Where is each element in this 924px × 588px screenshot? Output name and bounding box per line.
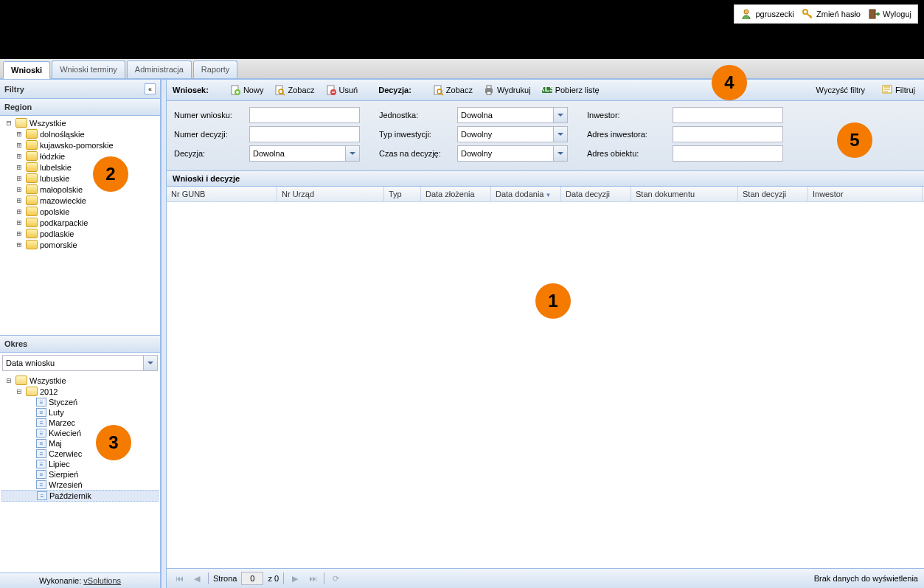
credits-link[interactable]: vSolutions (83, 576, 121, 585)
inwestor-input[interactable] (673, 107, 783, 123)
okres-header: Okres (0, 336, 160, 353)
region-title: Region (4, 103, 32, 111)
okres-month[interactable]: ≡Kwiecień (1, 428, 159, 438)
app-header: pgruszecki Zmień hasło Wyloguj (0, 0, 924, 59)
next-page-button[interactable]: ▶ (288, 572, 302, 585)
tab-wnioski[interactable]: Wnioski (3, 61, 50, 79)
czas-label: Czas na decyzję: (379, 149, 453, 158)
czas-select[interactable]: Dowolny (457, 145, 568, 162)
inwestor-label: Inwestor: (587, 111, 668, 120)
view-icon (432, 84, 444, 96)
region-tree[interactable]: ⊟Wszystkie⊞dolnośląskie⊞kujawsko-pomorsk… (0, 116, 160, 335)
user-box: pgruszecki Zmień hasło Wyloguj (734, 4, 918, 24)
okres-month[interactable]: ≡Lipiec (1, 459, 159, 469)
region-item[interactable]: ⊞podkarpackie (1, 217, 159, 228)
grid-col-header[interactable]: Data dodania▼ (491, 187, 561, 201)
okres-month[interactable]: ≡Październik (1, 490, 159, 502)
content-toolbar: Wniosek: Nowy Zobacz Usuń Decyzja: Zobac… (167, 80, 924, 101)
key-icon (802, 8, 813, 20)
wniosek-label: Wniosek: (173, 86, 209, 94)
okres-year[interactable]: ⊟2012 (1, 386, 159, 397)
region-item[interactable]: ⊞lubelskie (1, 162, 159, 173)
okres-month[interactable]: ≡Maj (1, 438, 159, 449)
tab-administracja[interactable]: Administracja (127, 60, 192, 78)
region-item[interactable]: ⊞lubuskie (1, 173, 159, 184)
okres-month[interactable]: ≡Luty (1, 407, 159, 418)
toolbar-right: Wyczyść filtry Filtruj (813, 83, 918, 97)
first-page-button[interactable]: ⏮ (173, 572, 186, 585)
okres-month[interactable]: ≡Wrzesień (1, 480, 159, 490)
last-page-button[interactable]: ⏭ (306, 572, 319, 585)
splitter[interactable] (161, 80, 167, 588)
change-password-label: Zmień hasło (816, 10, 861, 18)
grid-col-header[interactable]: Stan decyzji (738, 187, 808, 201)
grid-col-header[interactable]: Data decyzji (561, 187, 631, 201)
adres-inwestora-input[interactable] (673, 126, 783, 142)
jednostka-label: Jednostka: (379, 111, 453, 120)
region-panel: Region ⊟Wszystkie⊞dolnośląskie⊞kujawsko-… (0, 99, 160, 336)
region-item[interactable]: ⊞dolnośląskie (1, 128, 159, 139)
view-icon (274, 84, 285, 96)
okres-tree[interactable]: 3 ⊟Wszystkie⊟2012≡Styczeń≡Luty≡Marzec≡Kw… (0, 373, 160, 573)
refresh-button[interactable]: ⟳ (329, 572, 342, 585)
page-of: z 0 (268, 574, 279, 583)
svg-point-0 (744, 10, 748, 14)
grid-col-header[interactable]: Inwestor (808, 187, 923, 201)
print-button[interactable]: Wydrukuj (480, 83, 534, 97)
filter-button[interactable]: Filtruj (878, 83, 918, 97)
numer-decyzji-label: Numer decyzji: (174, 130, 245, 139)
region-item[interactable]: ⊞łódzkie (1, 151, 159, 162)
grid-col-header[interactable]: Stan dokumentu (631, 187, 738, 201)
region-item[interactable]: ⊞pomorskie (1, 239, 159, 250)
okres-select-value: Data wniosku (6, 359, 55, 367)
okres-month[interactable]: ≡Marzec (1, 418, 159, 428)
callout-1: 1 (535, 283, 571, 319)
typ-inwestycji-label: Typ inwestycji: (379, 130, 453, 139)
region-item[interactable]: ⊞małopolskie (1, 184, 159, 195)
region-item[interactable]: ⊞opolskie (1, 206, 159, 217)
okres-month[interactable]: ≡Czerwiec (1, 449, 159, 459)
okres-root[interactable]: ⊟Wszystkie (1, 375, 159, 386)
clear-filters-button[interactable]: Wyczyść filtry (813, 84, 869, 96)
svg-rect-2 (869, 10, 875, 18)
logout-link[interactable]: Wyloguj (868, 8, 911, 20)
grid-col-header[interactable]: Typ (384, 187, 421, 201)
okres-month[interactable]: ≡Sierpień (1, 469, 159, 480)
credits-label: Wykonanie: (39, 576, 81, 585)
prev-page-button[interactable]: ◀ (190, 572, 204, 585)
grid-col-header[interactable]: Nr Urząd (277, 187, 384, 201)
region-item[interactable]: ⊞podlaskie (1, 228, 159, 239)
delete-icon (325, 84, 337, 96)
okres-select-wrap: Data wniosku (0, 353, 160, 373)
numer-wniosku-input[interactable] (249, 107, 360, 123)
adres-obiektu-input[interactable] (673, 145, 783, 162)
tab-wnioski-terminy[interactable]: Wnioski terminy (52, 60, 125, 78)
decyzja-select[interactable]: Dowolna (249, 145, 360, 162)
delete-button[interactable]: Usuń (322, 83, 361, 97)
region-item[interactable]: ⊞kujawsko-pomorskie (1, 139, 159, 151)
tab-raporty[interactable]: Raporty (193, 60, 238, 78)
typ-inwestycji-select[interactable]: Dowolny (457, 126, 568, 142)
collapse-sidebar-button[interactable]: « (145, 83, 156, 94)
grid-body[interactable]: 1 (167, 202, 924, 568)
change-password-link[interactable]: Zmień hasło (802, 8, 861, 20)
user-name-item[interactable]: pgruszecki (740, 8, 794, 20)
new-button[interactable]: Nowy (226, 83, 267, 97)
download-list-button[interactable]: XLSPobierz listę (538, 83, 602, 97)
okres-type-select[interactable]: Data wniosku (2, 355, 158, 371)
filters-header: Filtry « (0, 80, 160, 99)
callout-5: 5 (837, 122, 872, 158)
numer-decyzji-input[interactable] (249, 126, 360, 142)
grid-col-header[interactable]: Nr GUNB (167, 187, 277, 201)
sidebar: Filtry « Region ⊟Wszystkie⊞dolnośląskie⊞… (0, 80, 161, 588)
page-input[interactable] (241, 572, 263, 585)
grid-col-header[interactable]: Data złożenia (421, 187, 491, 201)
view-decision-button[interactable]: Zobacz (429, 83, 476, 97)
okres-month[interactable]: ≡Styczeń (1, 397, 159, 407)
pager-status: Brak danych do wyświetlenia (814, 574, 918, 583)
jednostka-select[interactable]: Dowolna (457, 107, 568, 123)
view-button[interactable]: Zobacz (271, 83, 317, 97)
logout-label: Wyloguj (883, 10, 911, 18)
region-item[interactable]: ⊞mazowieckie (1, 195, 159, 206)
region-root[interactable]: ⊟Wszystkie (1, 117, 159, 128)
